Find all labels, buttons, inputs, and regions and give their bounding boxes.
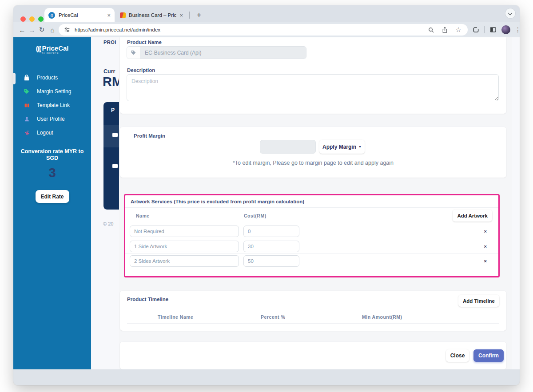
timeline-name-column-header: Timeline Name xyxy=(158,314,193,320)
delete-row-icon[interactable]: × xyxy=(484,244,487,249)
modal-footer: Close Confirm xyxy=(120,342,506,369)
row-cell-chip xyxy=(112,164,118,168)
logo-arcs-icon: ((( xyxy=(36,44,40,53)
artwork-services-section: Artwork Services (This price is excluded… xyxy=(124,194,500,277)
divider xyxy=(127,323,499,324)
url-bar[interactable]: https://admin.pricecal.net/admin/index ☆ xyxy=(59,24,468,36)
apply-margin-button[interactable]: Apply Margin ▼ xyxy=(319,140,365,154)
currency-label-clipped: Curr xyxy=(103,68,115,75)
add-timeline-button[interactable]: Add Timeline xyxy=(458,295,499,307)
pricecal-logo: ((( PriceCal BY PRICECAL xyxy=(13,44,91,55)
toolbar-separator xyxy=(484,26,485,33)
min-amount-column-header: Min Amount(RM) xyxy=(362,314,402,320)
product-name-input[interactable] xyxy=(140,47,306,59)
reload-button[interactable]: ↻ xyxy=(36,24,47,35)
percent-column-header: Percent % xyxy=(261,314,285,320)
timeline-section-title: Product Timeline xyxy=(127,297,168,302)
tab-business-card[interactable]: Business Card – PriceCal De × xyxy=(116,9,187,21)
conversion-rate-label: Conversion rate MYR to SGD xyxy=(18,148,87,162)
margin-tags-icon xyxy=(23,88,30,95)
confirm-button[interactable]: Confirm xyxy=(473,349,504,362)
url-text: https://admin.pricecal.net/admin/index xyxy=(75,27,423,32)
copyright-text: © 20 xyxy=(103,221,113,226)
business-card-favicon-icon xyxy=(120,12,126,18)
artwork-name-input[interactable] xyxy=(130,226,239,237)
tab-pricecal[interactable]: (( PriceCal × xyxy=(44,8,115,22)
sidebar-item-products[interactable]: Products xyxy=(13,72,91,83)
product-name-label: Product Name xyxy=(127,40,162,45)
sidebar-item-label: Logout xyxy=(37,130,53,136)
page-heading-clipped: PROI xyxy=(103,40,116,45)
artwork-row: × xyxy=(125,253,498,269)
new-tab-button[interactable]: + xyxy=(193,9,205,21)
delete-row-icon[interactable]: × xyxy=(484,229,487,234)
tab-groups-icon[interactable] xyxy=(472,26,480,34)
sidebar-item-label: Template Link xyxy=(37,102,70,108)
window-chevron-down-button[interactable] xyxy=(505,8,515,18)
sidebar-item-label: Margin Setting xyxy=(37,88,71,95)
row-cell-chip xyxy=(112,133,118,137)
edit-product-modal: Product Name Description Profit Margin A xyxy=(119,37,512,369)
artwork-row: × xyxy=(125,239,498,254)
product-info-section: Product Name Description xyxy=(120,37,506,114)
main-page: PROI Curr RM P © 20 Product Name xyxy=(91,37,520,369)
sidebar-item-template-link[interactable]: Template Link xyxy=(13,99,91,111)
artwork-section-title: Artwork Services (This price is excluded… xyxy=(125,195,498,208)
browser-toolbar: ← → ↻ ⌂ https://admin.pricecal.net/admin… xyxy=(13,22,520,37)
sidebar: ((( PriceCal BY PRICECAL Products Margin… xyxy=(13,37,91,369)
tab-title: PriceCal xyxy=(59,12,103,18)
description-textarea[interactable] xyxy=(127,74,499,101)
site-settings-icon[interactable] xyxy=(63,26,71,34)
artwork-cost-input[interactable] xyxy=(243,255,299,267)
artwork-name-input[interactable] xyxy=(130,255,239,267)
logout-runner-icon xyxy=(23,130,30,136)
user-person-icon xyxy=(23,116,30,122)
close-button[interactable]: Close xyxy=(446,349,469,362)
edge-notch xyxy=(13,73,16,84)
artwork-name-input[interactable] xyxy=(130,241,239,252)
card-title-clipped: P xyxy=(111,107,115,113)
browser-menu-icon[interactable]: ⋮ xyxy=(515,26,520,33)
sidebar-item-margin-setting[interactable]: Margin Setting xyxy=(13,86,91,97)
artwork-cost-column-header: Cost(RM) xyxy=(244,213,266,218)
tab-close-icon[interactable]: × xyxy=(179,12,183,18)
artwork-cost-input[interactable] xyxy=(243,241,299,252)
pricecal-favicon-icon: (( xyxy=(48,12,55,19)
window-minimize-button[interactable] xyxy=(29,16,35,22)
window-close-button[interactable] xyxy=(20,16,26,22)
tab-separator xyxy=(189,12,190,19)
logo-text: PriceCal xyxy=(42,44,68,52)
conversion-rate-value: 3 xyxy=(13,165,91,180)
tag-icon xyxy=(127,47,140,59)
divider xyxy=(120,311,506,311)
profile-avatar[interactable] xyxy=(501,25,510,34)
edit-rate-button[interactable]: Edit Rate xyxy=(36,190,69,203)
home-button[interactable]: ⌂ xyxy=(47,24,58,35)
search-icon[interactable] xyxy=(427,26,435,34)
artwork-row: × xyxy=(125,224,498,239)
sidebar-item-logout[interactable]: Logout xyxy=(13,127,91,139)
tab-close-icon[interactable]: × xyxy=(107,12,111,18)
bookmark-star-icon[interactable]: ☆ xyxy=(454,26,462,34)
artwork-cost-input[interactable] xyxy=(243,226,299,237)
add-artwork-button[interactable]: Add Artwork xyxy=(453,210,492,222)
side-panel-icon[interactable] xyxy=(489,26,497,34)
browser-window: (( PriceCal × Business Card – PriceCal D… xyxy=(13,5,520,385)
sidebar-item-user-profile[interactable]: User Profile xyxy=(13,113,91,125)
profit-margin-section: Profit Margin Apply Margin ▼ *To edit ma… xyxy=(120,127,506,178)
forward-button[interactable]: → xyxy=(27,24,37,35)
page-content: ((( PriceCal BY PRICECAL Products Margin… xyxy=(13,37,520,369)
apply-margin-label: Apply Margin xyxy=(322,144,356,150)
back-button[interactable]: ← xyxy=(17,24,28,35)
window-zoom-button[interactable] xyxy=(38,16,44,22)
share-icon[interactable] xyxy=(441,26,449,34)
profit-margin-label: Profit Margin xyxy=(134,133,165,139)
description-label: Description xyxy=(127,67,155,73)
tab-strip: (( PriceCal × Business Card – PriceCal D… xyxy=(13,5,520,22)
product-name-input-group xyxy=(127,46,306,59)
caret-down-icon: ▼ xyxy=(358,145,362,148)
sidebar-item-label: Products xyxy=(37,75,58,81)
delete-row-icon[interactable]: × xyxy=(484,258,487,264)
profit-margin-input[interactable] xyxy=(260,140,316,154)
tab-title: Business Card – PriceCal De xyxy=(129,12,176,18)
